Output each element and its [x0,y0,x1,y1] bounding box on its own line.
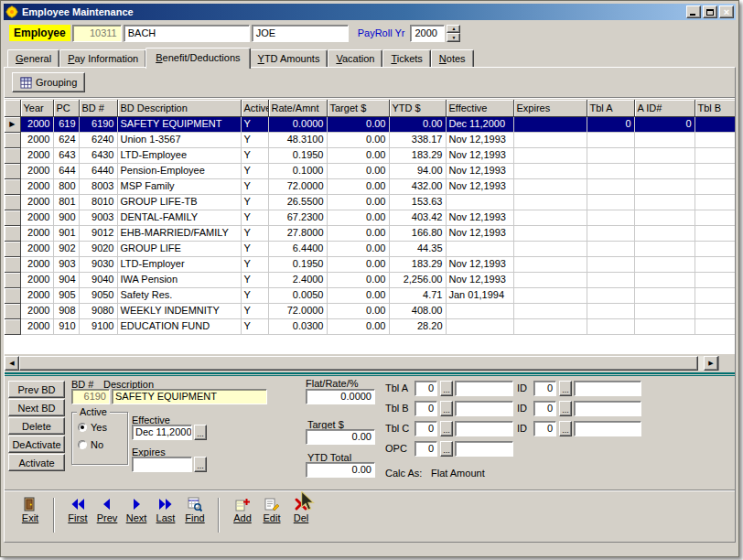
tbl-a-lookup-button[interactable]: ... [440,381,453,396]
spin-up-button[interactable]: ▲ [447,25,460,34]
description-field[interactable]: SAFETY EQUIPMENT [112,389,267,404]
tbl-b-id-lookup-button[interactable]: ... [559,401,572,416]
title-bar[interactable]: Employee Maintenance × [4,4,736,20]
tbl-b-label: Tbl B [385,403,409,414]
tbl-a-text-field[interactable] [455,381,513,396]
grid-row-7[interactable]: 20009019012EHB-MARRIED/FAMILYY27.80000.0… [5,225,735,241]
effective-field[interactable]: Dec 11,2000 [132,425,192,440]
tab-general[interactable]: General [7,49,59,67]
next-button[interactable]: Next [123,496,150,523]
grid-row-3[interactable]: 20006446440Pension-EmployeeY0.10000.0094… [5,163,735,178]
employee-id-field[interactable]: 10311 [72,25,122,42]
tbl-b-id-text-field[interactable] [574,401,641,416]
grid-row-10[interactable]: 20009049040IWA PensionY2.40000.002,256.0… [5,272,735,287]
last-name-field[interactable]: BACH [124,25,250,42]
tbl-b-lookup-button[interactable]: ... [440,401,453,416]
first-button[interactable]: First [64,496,92,523]
grid-row-1[interactable]: 20006246240Union 1-3567Y48.31000.00338.1… [5,132,735,147]
exit-button[interactable]: Exit [16,496,44,523]
tab-benefit-deductions[interactable]: Benefit/Deductions [145,48,250,69]
scroll-thumb[interactable] [19,356,698,371]
grid-row-0[interactable]: ▶20006196190SAFETY EQUIPMENTY0.00000.000… [5,116,735,132]
minimize-button[interactable] [686,5,701,18]
grid-col-ytd[interactable]: YTD $ [389,100,446,116]
expires-lookup-button[interactable]: ... [194,457,207,472]
calc-as-value: Flat Amount [431,468,485,479]
add-button[interactable]: Add [229,496,256,523]
active-no-radio[interactable]: No [78,439,103,450]
activate-button[interactable]: Activate [8,454,65,471]
row-indicator [5,178,20,194]
grid-row-12[interactable]: 20009089080WEEKLY INDEMNITYY72.00000.004… [5,303,735,318]
tbl-b-code-field[interactable]: 0 [415,401,437,416]
grid-col-rate-amnt[interactable]: Rate/Amnt [268,100,327,116]
edit-button[interactable]: Edit [258,496,285,523]
tbl-a-id-code-field[interactable]: 0 [533,381,556,396]
tbl-a-id-lookup-button[interactable]: ... [559,381,572,396]
grid-col-expires[interactable]: Expires [513,100,587,116]
tbl-b-id-code-field[interactable]: 0 [533,401,556,416]
grid-row-5[interactable]: 20008018010GROUP LIFE-TBY26.55000.00153.… [5,194,735,210]
close-icon: × [724,7,729,16]
payroll-yr-field[interactable]: 2000 [410,25,445,42]
spin-down-button[interactable]: ▼ [447,33,460,42]
next-bd-button[interactable]: Next BD [8,399,65,416]
tbl-b-text-field[interactable] [455,401,513,416]
opc-lookup-button[interactable]: ... [440,441,453,457]
tbl-c-text-field[interactable] [455,421,513,436]
grid-row-2[interactable]: 20006436430LTD-EmployeeY0.19500.00183.29… [5,147,735,163]
tbl-a-code-field[interactable]: 0 [415,381,437,396]
grid-col-year[interactable]: Year [20,100,53,116]
active-groupbox: Active Yes No [71,412,128,465]
delete-button[interactable]: Delete [8,417,65,435]
scroll-right-arrow-icon[interactable]: ▶ [704,356,718,371]
find-button[interactable]: Find [181,496,209,523]
tbl-c-id-lookup-button[interactable]: ... [559,421,572,436]
ytd-total-field[interactable]: 0.00 [306,462,375,478]
maximize-button[interactable] [703,5,717,18]
grid-col-bd-description[interactable]: BD Description [117,100,241,116]
grid-col-target[interactable]: Target $ [327,100,389,116]
active-yes-radio[interactable]: Yes [78,422,107,433]
grid-row-13[interactable]: 20009109100EDUCATION FUNDY0.03000.0028.2… [5,318,735,334]
scroll-left-arrow-icon[interactable]: ◀ [5,356,19,371]
grid-col-a-id[interactable]: A ID# [634,100,695,116]
grid-row-4[interactable]: 20008008003MSP FamilyY72.00000.00432.00N… [5,178,735,194]
tbl-a-id-text-field[interactable] [574,381,641,396]
grid-row-6[interactable]: 20009009003DENTAL-FAMILYY67.23000.00403.… [5,210,735,225]
effective-lookup-button[interactable]: ... [194,425,207,440]
prev-button[interactable]: Prev [93,496,121,523]
opc-text-field[interactable] [455,441,513,457]
grid-col-bd[interactable]: BD # [79,100,117,116]
tab-tickets[interactable]: Tickets [382,49,430,67]
close-button[interactable]: × [719,5,734,18]
bd-number-field[interactable]: 6190 [71,389,110,404]
grouping-button[interactable]: Grouping [12,72,85,92]
grid-col-tbl-b[interactable]: Tbl B [695,100,735,116]
tab-ytd-amounts[interactable]: YTD Amounts [250,49,328,67]
tab-vacation[interactable]: Vacation [328,49,382,67]
grid-col-tbl-a[interactable]: Tbl A [587,100,634,116]
grid-horizontal-scrollbar[interactable]: ◀ ▶ [5,356,735,371]
tbl-c-id-code-field[interactable]: 0 [533,421,556,436]
tbl-c-id-text-field[interactable] [574,421,641,436]
first-name-field[interactable]: JOE [252,25,349,42]
grid-col-pc[interactable]: PC [53,100,79,116]
grid-row-9[interactable]: 20009039030LTD-EmployerY0.19500.00183.29… [5,256,735,272]
last-button[interactable]: Last [152,496,179,523]
tbl-c-lookup-button[interactable]: ... [440,421,453,436]
tbl-c-code-field[interactable]: 0 [415,421,437,436]
grid-col-effective[interactable]: Effective [446,100,513,116]
flat-rate-field[interactable]: 0.0000 [306,389,375,404]
grid-col-active[interactable]: Active [241,100,268,116]
deactivate-button[interactable]: DeActivate [8,436,65,453]
tab-notes[interactable]: Notes [431,49,474,67]
grid-row-8[interactable]: 20009029020GROUP LIFEY6.44000.0044.35 [5,241,735,256]
grid-row-11[interactable]: 20009059050Safety Res.Y0.00500.004.71Jan… [5,287,735,303]
tab-pay-information[interactable]: Pay Information [59,49,146,67]
prev-bd-button[interactable]: Prev BD [8,381,65,398]
expires-field[interactable] [132,457,192,472]
del-button[interactable]: Del [287,496,315,523]
target-field[interactable]: 0.00 [306,429,375,445]
opc-code-field[interactable]: 0 [415,441,437,457]
